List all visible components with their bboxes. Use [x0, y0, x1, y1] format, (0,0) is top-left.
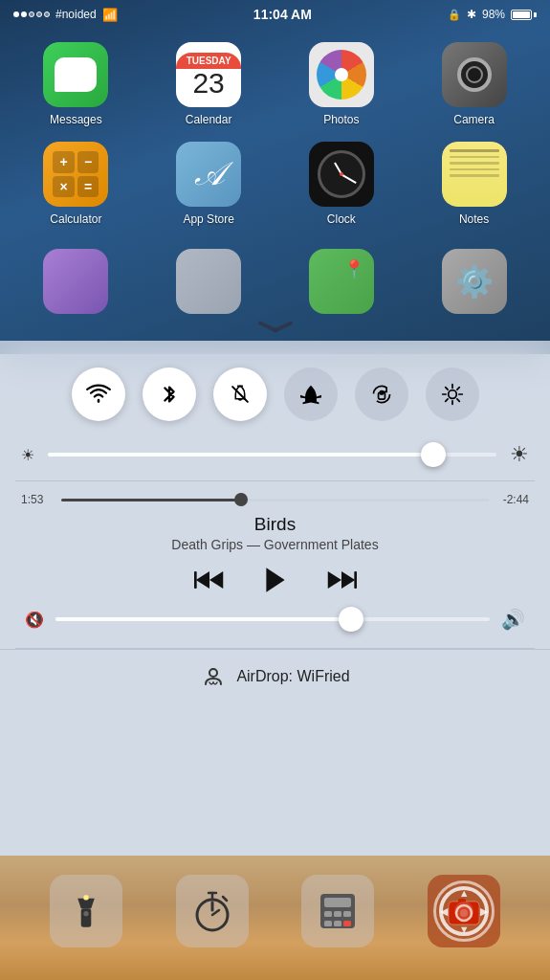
- svg-point-21: [209, 669, 217, 677]
- svg-point-5: [448, 390, 456, 399]
- airplane-icon: [298, 384, 323, 405]
- app-partial-2[interactable]: [143, 241, 275, 322]
- svg-marker-19: [341, 571, 355, 589]
- svg-marker-18: [327, 571, 341, 589]
- notes-line-icon: [450, 174, 499, 177]
- volume-high-icon: 🔊: [501, 608, 525, 631]
- music-player: 1:53 -2:44 Birds Death Grips — Governmen…: [0, 481, 550, 648]
- svg-rect-33: [324, 911, 332, 917]
- calculator-shortcut-icon: [317, 890, 359, 932]
- app-messages[interactable]: Messages: [10, 34, 143, 134]
- app-notes-label: Notes: [459, 212, 489, 226]
- calc-minus-icon: −: [77, 151, 99, 173]
- calc-plus-icon: +: [53, 151, 75, 173]
- wifi-status-icon: 📶: [102, 8, 118, 22]
- wifi-toggle[interactable]: [72, 368, 125, 421]
- rewind-icon: [194, 568, 225, 592]
- status-left: #noided 📶: [13, 8, 118, 22]
- svg-rect-36: [324, 921, 332, 926]
- chevron-down-icon: [256, 327, 295, 341]
- app-calculator-label: Calculator: [50, 212, 101, 226]
- photos-pinwheel-icon: [317, 50, 366, 100]
- notes-line-icon: [450, 149, 499, 152]
- bottom-shortcuts: ▲ ▼ ◀ ▶: [0, 856, 550, 980]
- bluetooth-toggle[interactable]: [143, 368, 196, 421]
- volume-slider[interactable]: [55, 617, 490, 621]
- status-right: 🔒 ✱ 98%: [448, 8, 537, 21]
- svg-rect-38: [343, 921, 351, 926]
- svg-point-24: [83, 911, 88, 916]
- fast-forward-icon: [326, 568, 357, 592]
- notes-line-icon: [450, 162, 499, 165]
- fast-forward-button[interactable]: [326, 568, 357, 592]
- rotation-toggle[interactable]: [355, 368, 408, 421]
- brightness-row[interactable]: ☀ ☀: [0, 438, 550, 480]
- rewind-button[interactable]: [194, 568, 225, 592]
- svg-rect-16: [194, 571, 197, 589]
- airdrop-section[interactable]: AirDrop: WiFried: [0, 649, 550, 703]
- song-info: Birds Death Grips — Government Plates: [21, 514, 529, 552]
- app-camera[interactable]: Camera: [407, 34, 540, 134]
- svg-line-13: [445, 399, 447, 401]
- app-appstore-label: App Store: [183, 212, 233, 226]
- pull-tab: [256, 327, 295, 341]
- clock-face-icon: [318, 150, 365, 198]
- app-clock-label: Clock: [327, 212, 356, 226]
- nav-disc: ▲ ▼ ◀ ▶: [433, 880, 495, 942]
- timer-button[interactable]: [176, 875, 249, 947]
- home-screen: #noided 📶 11:04 AM 🔒 ✱ 98% Messages: [0, 0, 550, 354]
- rotation-lock-icon: [370, 383, 393, 406]
- svg-rect-35: [343, 911, 351, 917]
- svg-line-30: [223, 897, 227, 901]
- current-time: 1:53: [21, 493, 52, 506]
- remaining-time: -2:44: [498, 493, 529, 506]
- bell-slash-icon: [230, 383, 251, 406]
- calculator-shortcut-button[interactable]: [301, 875, 374, 947]
- donotdisturb-toggle[interactable]: [213, 368, 267, 421]
- app-messages-label: Messages: [50, 113, 102, 126]
- svg-rect-34: [334, 911, 341, 917]
- calendar-day: 23: [192, 69, 224, 98]
- notes-line-icon: [450, 168, 499, 171]
- night-shift-toggle[interactable]: [426, 368, 479, 421]
- app-clock[interactable]: Clock: [275, 134, 408, 234]
- camera-shortcut-button[interactable]: ▲ ▼ ◀ ▶: [428, 875, 500, 947]
- svg-line-10: [445, 388, 447, 390]
- svg-rect-20: [354, 571, 357, 589]
- app-partial-1[interactable]: [10, 241, 143, 322]
- song-title: Birds: [21, 514, 529, 535]
- app-calendar-label: Calendar: [186, 113, 232, 126]
- svg-marker-17: [266, 568, 284, 592]
- brightness-low-icon: ☀: [21, 446, 34, 464]
- notes-line-icon: [450, 156, 499, 159]
- flashlight-button[interactable]: [50, 875, 122, 947]
- app-calculator[interactable]: + − × = Calculator: [10, 134, 143, 234]
- playback-controls: [21, 566, 529, 594]
- battery-percent: 98%: [482, 8, 505, 21]
- wifi-icon: [86, 384, 111, 405]
- bluetooth-status-icon: ✱: [467, 8, 476, 21]
- calc-equals-icon: =: [77, 176, 99, 198]
- app-partial-3[interactable]: 📍: [275, 241, 408, 322]
- app-notes[interactable]: Notes: [407, 134, 540, 234]
- volume-row[interactable]: 🔇 🔊: [21, 608, 529, 640]
- app-partial-4[interactable]: ⚙️: [407, 241, 540, 322]
- brightness-icon: [441, 383, 464, 406]
- signal-strength: [13, 11, 50, 17]
- svg-rect-32: [324, 898, 351, 907]
- appstore-a-icon: 𝒜: [195, 155, 223, 193]
- airplane-toggle[interactable]: [284, 368, 338, 421]
- app-calendar[interactable]: TUESDAY 23 Calendar: [143, 34, 275, 134]
- play-button[interactable]: [263, 566, 288, 594]
- bluetooth-icon: [161, 383, 178, 406]
- brightness-slider[interactable]: [48, 453, 496, 457]
- app-appstore[interactable]: 𝒜 App Store: [143, 134, 275, 234]
- volume-low-icon: 🔇: [25, 611, 44, 629]
- svg-line-12: [456, 388, 458, 390]
- progress-bar[interactable]: [61, 499, 489, 501]
- clock-display: 11:04 AM: [253, 7, 312, 22]
- timer-icon: [190, 889, 234, 933]
- playback-time-row: 1:53 -2:44: [21, 493, 529, 506]
- app-photos[interactable]: Photos: [275, 34, 408, 134]
- flashlight-icon: [73, 890, 99, 932]
